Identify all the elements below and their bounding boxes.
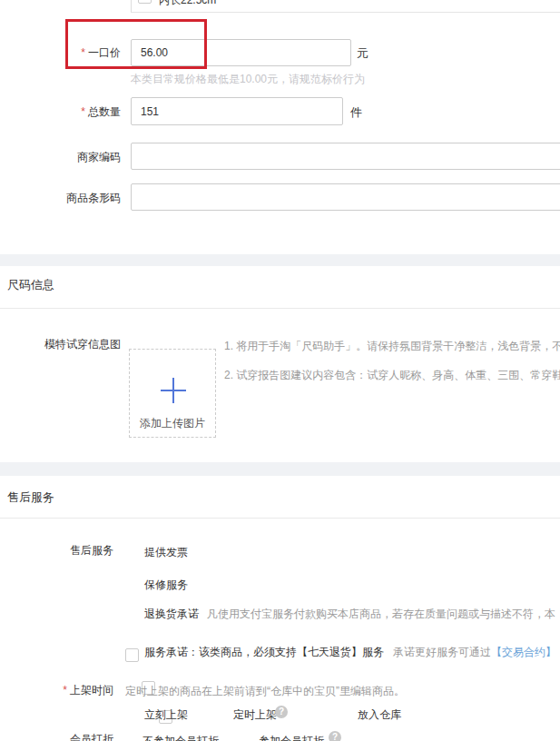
aftersale-row-label: 售后服务 — [0, 544, 113, 557]
size-option-checkbox[interactable] — [138, 0, 152, 4]
section-separator — [0, 254, 560, 266]
return-label: 退换货承诺 — [144, 608, 199, 620]
help-icon[interactable]: ? — [329, 731, 341, 741]
price-label: *一口价 — [0, 46, 121, 59]
service-promise-row: 服务承诺：该类商品，必须支持【七天退货】服务承诺更好服务可通过【交易合约】 — [144, 645, 556, 660]
upload-image-button[interactable]: 添加上传图片 — [129, 349, 216, 438]
radio-label-immediately: 立刻上架 — [144, 707, 188, 723]
required-asterisk: * — [63, 684, 67, 697]
member-discount-label: 会员打折 — [0, 733, 113, 741]
upload-button-label: 添加上传图片 — [130, 416, 215, 431]
radio-label-no-discount: 不参加会员打折 — [142, 734, 219, 741]
price-hint: 本类目常规价格最低是10.00元，请规范标价行为 — [131, 72, 365, 87]
quantity-input[interactable] — [131, 97, 343, 125]
merchant-code-input[interactable] — [131, 143, 560, 170]
upload-tip-2: 2. 试穿报告图建议内容包含：试穿人昵称、身高、体重、三围、常穿鞋 — [224, 369, 560, 382]
invoice-checkbox[interactable] — [125, 648, 139, 662]
radio-label-scheduled: 定时上架 — [233, 707, 277, 723]
return-desc: 凡使用支付宝服务付款购买本店商品，若存在质量问题或与描述不符，本 — [207, 608, 555, 620]
trade-contract-link[interactable]: 【交易合约】 — [491, 646, 556, 658]
size-section-title: 尺码信息 — [7, 278, 54, 291]
barcode-label: 商品条形码 — [0, 192, 121, 204]
help-icon[interactable]: ? — [275, 706, 288, 718]
invoice-label: 提供发票 — [144, 545, 188, 560]
return-row: 退换货承诺凡使用支付宝服务付款购买本店商品，若存在质量问题或与描述不符，本 — [144, 607, 555, 622]
quantity-label: *总数量 — [0, 105, 121, 118]
merchant-code-label: 商家编码 — [0, 151, 121, 163]
service-promise-text: 服务承诺：该类商品，必须支持【七天退货】服务 — [144, 646, 384, 658]
required-asterisk: * — [81, 46, 85, 59]
required-asterisk: * — [81, 105, 85, 118]
size-option-label: 内长22.5cm — [159, 0, 216, 8]
shelf-time-label: *上架时间 — [0, 684, 113, 697]
section-separator — [0, 462, 560, 476]
service-promise-suffix: 承诺更好服务可通过 — [393, 646, 491, 658]
radio-label-warehouse: 放入仓库 — [358, 707, 401, 723]
upload-tip-1: 1. 将用于手淘「尺码助手」。请保持氛围背景干净整洁，浅色背景，不 — [224, 340, 560, 353]
price-unit: 元 — [357, 45, 368, 62]
shelf-time-note: 定时上架的商品在上架前请到“仓库中的宝贝”里编辑商品。 — [125, 684, 405, 699]
plus-icon — [160, 377, 187, 404]
warranty-label: 保修服务 — [144, 578, 188, 593]
radio-label-discount: 参加会员打折 — [259, 734, 324, 741]
section-divider — [0, 308, 560, 309]
section-divider — [0, 518, 560, 519]
quantity-unit: 件 — [350, 104, 362, 121]
aftersale-section-title: 售后服务 — [7, 490, 54, 504]
model-fit-label: 模特试穿信息图 — [0, 338, 121, 351]
product-edit-form: 内长22.5cm *一口价 元 本类目常规价格最低是10.00元，请规范标价行为… — [0, 0, 560, 741]
price-input[interactable] — [131, 39, 351, 66]
barcode-input[interactable] — [131, 183, 560, 211]
